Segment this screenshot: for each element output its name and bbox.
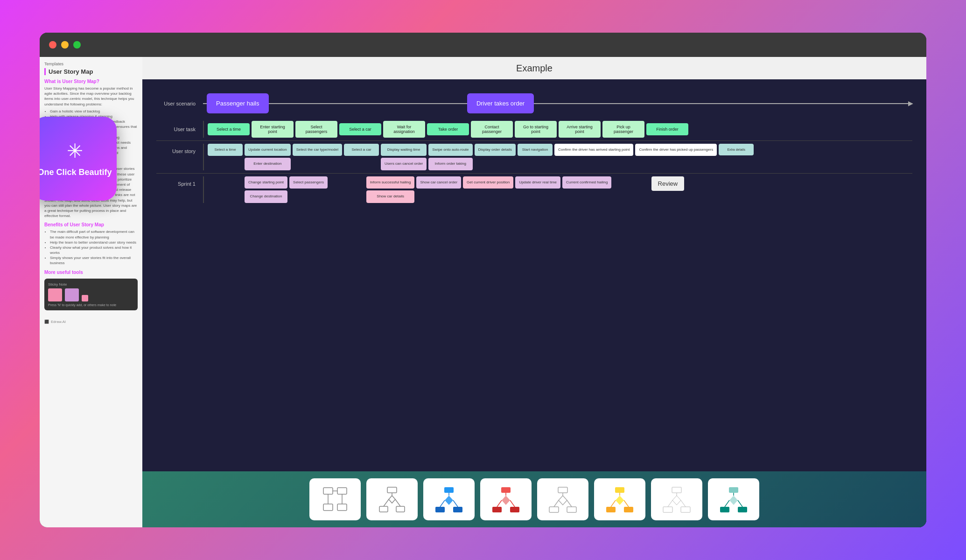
story-card-displayorder[interactable]: Display order details — [475, 144, 516, 156]
diagram-title: Example — [516, 63, 553, 74]
svg-line-48 — [681, 500, 686, 507]
benefits-list: The main difficult part of software deve… — [44, 229, 138, 266]
edraw-label: Edraw.AI — [51, 320, 66, 324]
sprint-card-showcardets[interactable]: Show car details — [366, 190, 415, 203]
story-card-startnav[interactable]: Start navigation — [518, 144, 553, 156]
tool-flowchart-7[interactable] — [651, 478, 702, 520]
story-card-updateloc[interactable]: Update current location — [245, 144, 291, 156]
app-window: ✳ One Click Beautify Templates User Stor… — [40, 33, 926, 527]
sprint-card-cancelcar[interactable]: Show car cancel order — [416, 176, 461, 189]
svg-marker-22 — [502, 496, 510, 505]
story-col-11: Extra details — [719, 144, 754, 170]
scenario-content: Passenger hails Driver takes order — [203, 93, 912, 113]
story-label: User story — [156, 144, 203, 154]
svg-line-41 — [624, 500, 629, 507]
svg-line-40 — [611, 500, 616, 507]
svg-rect-0 — [323, 488, 333, 494]
maximize-button[interactable] — [73, 41, 81, 49]
story-col-6: Swipe onto auto-route Inform order takin… — [428, 144, 472, 170]
story-col-5: Display waiting time Users can cancel or… — [381, 144, 427, 170]
svg-marker-8 — [389, 496, 395, 503]
sprint-card-selectpass[interactable]: Select passengers — [289, 176, 328, 189]
sprint-label: Sprint 1 — [156, 176, 203, 187]
svg-rect-24 — [510, 507, 519, 512]
sprint-card-changestart[interactable]: Change starting point — [245, 176, 287, 189]
sprint-col-7: Get current driver position — [463, 176, 513, 189]
svg-line-33 — [554, 500, 559, 507]
sprint-col-review: Review — [650, 176, 685, 191]
one-click-beautify-badge[interactable]: ✳ One Click Beautify — [40, 117, 117, 201]
diagram-canvas: User scenario Passenger hails Driver tak… — [142, 79, 926, 471]
task-take-order[interactable]: Take order — [427, 123, 469, 135]
sprint-card-review[interactable]: Review — [651, 176, 685, 191]
sprint-card-confirmed[interactable]: Current confirmed hailing — [562, 176, 611, 189]
story-card-selecttype[interactable]: Select the car type/model — [293, 144, 342, 156]
svg-rect-1 — [337, 488, 347, 494]
task-finish[interactable]: Finish order — [646, 123, 688, 135]
story-card-extra[interactable]: Extra details — [719, 144, 754, 155]
template-label: Templates — [44, 62, 138, 66]
minimize-button[interactable] — [61, 41, 69, 49]
sticky-label: Sticky Note — [48, 282, 134, 287]
sprint-card-informhail[interactable]: Inform successful hailing — [366, 176, 415, 189]
task-select-car[interactable]: Select a car — [339, 123, 381, 135]
sprint-col-3: Select passengers — [289, 176, 328, 189]
story-col-4: Select a car — [344, 144, 379, 170]
scenario-card-passenger[interactable]: Passenger hails — [207, 93, 269, 113]
diagram-header: Example — [142, 57, 926, 79]
task-select-time[interactable]: Select a time — [208, 123, 250, 135]
story-card-enterdest[interactable]: Enter destination — [245, 158, 291, 170]
task-wait[interactable]: Wait for assignation — [383, 121, 425, 138]
svg-line-55 — [738, 500, 742, 507]
story-col-7: Display order details — [475, 144, 516, 170]
scenario-card-driver[interactable]: Driver takes order — [467, 93, 534, 113]
story-col-9: Confirm the driver has arrived starting … — [554, 144, 633, 170]
story-card-cancelorder[interactable]: Users can cancel order — [381, 158, 427, 170]
svg-line-12 — [384, 499, 389, 506]
svg-marker-43 — [672, 496, 681, 505]
sidebar-title: User Story Map — [44, 68, 138, 75]
story-card-pickedup[interactable]: Confirm the driver has picked up passeng… — [635, 144, 717, 156]
sprint-card-changedest[interactable]: Change destination — [245, 190, 287, 203]
sprint-col-5: Inform successful hailing Show car detai… — [366, 176, 415, 203]
diagram-area: Example User scenario Passenger hails Dr… — [142, 57, 926, 527]
svg-marker-29 — [559, 496, 567, 505]
what-text: User Story Mapping has become a popular … — [44, 86, 138, 107]
close-button[interactable] — [49, 41, 56, 49]
benefits-section-title: Benefits of User Story Map — [44, 222, 138, 227]
svg-line-27 — [510, 500, 515, 507]
sprint-card-driverreal[interactable]: Update driver real time — [515, 176, 560, 189]
story-content: Select a time Update current location En… — [203, 144, 912, 170]
story-card-informorder[interactable]: Inform order taking — [428, 158, 472, 170]
sprint-content: Change starting point Change destination… — [203, 176, 912, 203]
title-bar — [40, 33, 926, 57]
svg-rect-38 — [624, 507, 633, 512]
story-card-autoroute[interactable]: Swipe onto auto-route — [428, 144, 472, 156]
tool-flowchart-4[interactable] — [480, 478, 532, 520]
svg-marker-36 — [616, 496, 624, 505]
story-card-selectcar[interactable]: Select a car — [344, 144, 379, 156]
tool-flowchart-5[interactable] — [537, 478, 588, 520]
svg-rect-23 — [492, 507, 502, 512]
story-card-displaywait[interactable]: Display waiting time — [381, 144, 427, 156]
user-story-row: User story Select a time Update current … — [156, 140, 912, 173]
task-enter-start[interactable]: Enter starting point — [252, 121, 294, 138]
tool-flowchart-2[interactable] — [366, 478, 418, 520]
task-pickup[interactable]: Pick up passenger — [602, 121, 644, 138]
story-card-selecttime[interactable]: Select a time — [208, 144, 243, 156]
svg-line-20 — [453, 500, 458, 507]
svg-marker-15 — [445, 496, 453, 505]
task-arrive[interactable]: Arrive starting point — [559, 121, 601, 138]
tool-flowchart-1[interactable] — [309, 478, 361, 520]
task-select-pass[interactable]: Select passengers — [295, 121, 337, 138]
tool-flowchart-3[interactable] — [423, 478, 475, 520]
svg-rect-31 — [567, 507, 576, 512]
task-contact[interactable]: Contact passenger — [471, 121, 513, 138]
tool-flowchart-6[interactable] — [594, 478, 645, 520]
tool-flowchart-8[interactable] — [708, 478, 759, 520]
sprint-row: Sprint 1 Change starting point Change de… — [156, 173, 912, 206]
sprint-card-driverpos[interactable]: Get current driver position — [463, 176, 513, 189]
story-card-arrivedstart[interactable]: Confirm the driver has arrived starting … — [554, 144, 633, 156]
svg-rect-7 — [387, 487, 397, 493]
task-go-start[interactable]: Go to starting point — [515, 121, 557, 138]
